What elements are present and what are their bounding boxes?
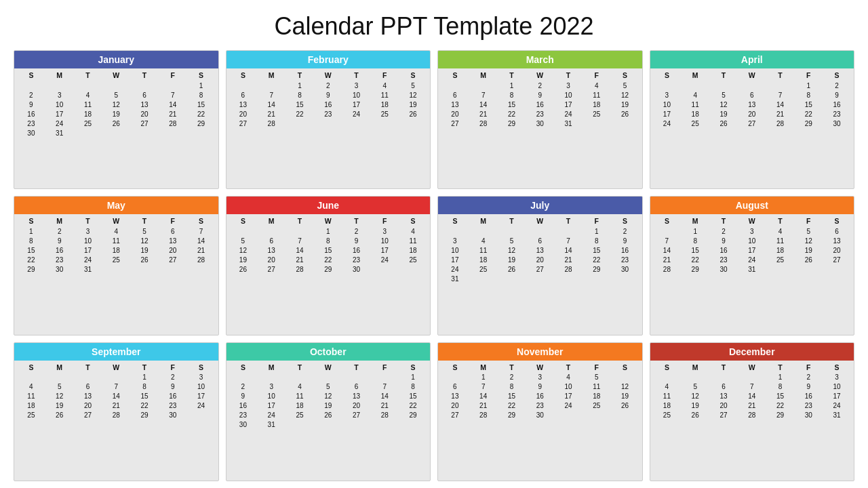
day-cell: 20: [441, 401, 469, 411]
week-row: 10111213141516: [441, 245, 639, 255]
day-cell: [498, 226, 526, 236]
day-cell: 7: [187, 226, 216, 236]
day-cell: 26: [130, 255, 159, 264]
week-row: 252627282930: [17, 411, 216, 420]
week-row: 12345: [441, 373, 639, 382]
day-cell: 23: [526, 109, 554, 119]
week-row: 1234: [229, 226, 428, 236]
week-row: 28293031: [653, 264, 852, 274]
day-cell: 12: [45, 392, 74, 401]
day-cell: 26: [314, 411, 342, 420]
day-header: T: [766, 362, 795, 373]
day-cell: 10: [45, 100, 74, 109]
day-header: T: [554, 216, 583, 226]
day-cell: 11: [681, 100, 709, 109]
day-cell: 13: [738, 100, 766, 109]
week-row: 3456789: [441, 236, 639, 245]
day-cell: 28: [370, 411, 399, 420]
day-cell: [45, 81, 74, 90]
day-header: T: [709, 216, 738, 226]
day-cell: 15: [681, 245, 709, 255]
day-cell: 23: [611, 255, 639, 264]
day-cell: 13: [342, 392, 371, 401]
day-cell: 9: [709, 236, 738, 245]
day-cell: 11: [583, 382, 611, 392]
day-cell: 18: [583, 392, 611, 401]
month-table-may: SMTWTFS123456789101112131415161718192021…: [17, 216, 216, 274]
calendar-july: JulySMTWTFS12345678910111213141516171819…: [437, 196, 643, 335]
day-cell: 2: [611, 226, 639, 236]
day-cell: 31: [45, 128, 74, 138]
day-cell: [370, 373, 399, 382]
day-cell: 21: [370, 401, 399, 411]
week-row: 1234567: [17, 226, 216, 236]
day-cell: 8: [794, 90, 823, 100]
day-header: S: [653, 216, 682, 226]
day-cell: 21: [554, 255, 583, 264]
day-cell: 11: [370, 90, 399, 100]
day-cell: 7: [257, 90, 285, 100]
day-header: M: [257, 216, 285, 226]
day-cell: 20: [74, 401, 102, 411]
day-cell: 23: [342, 255, 371, 264]
day-cell: 7: [285, 236, 314, 245]
day-cell: 8: [498, 90, 526, 100]
day-cell: 8: [130, 382, 159, 392]
day-cell: 18: [766, 245, 795, 255]
month-table-october: SMTWTFS123456789101112131415161718192021…: [229, 362, 428, 430]
day-cell: 12: [399, 90, 427, 100]
day-cell: 1: [187, 81, 216, 90]
day-cell: 20: [738, 109, 766, 119]
day-cell: 18: [681, 109, 709, 119]
day-header: S: [399, 216, 427, 226]
day-cell: 2: [794, 373, 823, 382]
day-cell: 10: [441, 245, 469, 255]
day-header: T: [285, 70, 314, 81]
day-cell: 3: [370, 226, 399, 236]
day-cell: 16: [526, 392, 554, 401]
day-cell: 27: [738, 119, 766, 128]
day-cell: [187, 411, 216, 420]
day-cell: 21: [257, 109, 285, 119]
day-header: T: [342, 362, 371, 373]
day-cell: 19: [498, 255, 526, 264]
day-cell: 4: [653, 382, 682, 392]
day-cell: [314, 373, 342, 382]
day-cell: 23: [229, 411, 258, 420]
week-row: 20212223242526: [441, 109, 639, 119]
day-cell: 9: [314, 90, 342, 100]
week-row: 11121314151617: [653, 392, 852, 401]
day-cell: [74, 81, 102, 90]
week-row: 13141516171819: [229, 100, 428, 109]
week-row: 12345: [229, 81, 428, 90]
day-cell: 15: [399, 392, 427, 401]
day-cell: 28: [738, 411, 766, 420]
month-body-june: SMTWTFS123456789101112131415161718192021…: [226, 214, 431, 334]
week-row: 24252627282930: [441, 264, 639, 274]
day-cell: 23: [794, 401, 823, 411]
day-cell: 15: [285, 100, 314, 109]
week-row: 16171819202122: [229, 401, 428, 411]
day-cell: 28: [469, 119, 498, 128]
day-cell: 11: [653, 392, 682, 401]
day-cell: 5: [45, 382, 74, 392]
day-cell: 12: [130, 236, 159, 245]
month-table-august: SMTWTFS123456789101112131415161718192021…: [653, 216, 852, 274]
day-cell: 4: [469, 236, 498, 245]
day-cell: 15: [498, 392, 526, 401]
calendar-january: JanuarySMTWTFS12345678910111213141516171…: [14, 50, 219, 189]
day-cell: 13: [709, 392, 738, 401]
day-cell: [17, 81, 45, 90]
day-cell: 4: [74, 90, 102, 100]
day-cell: [187, 264, 216, 274]
day-cell: [526, 226, 554, 236]
day-cell: 8: [583, 236, 611, 245]
day-cell: 8: [285, 90, 314, 100]
day-cell: 26: [794, 255, 823, 264]
day-header: T: [130, 362, 159, 373]
day-cell: 13: [130, 100, 159, 109]
day-cell: 2: [709, 226, 738, 236]
day-cell: 4: [583, 81, 611, 90]
day-cell: 16: [159, 392, 187, 401]
day-cell: 9: [611, 236, 639, 245]
